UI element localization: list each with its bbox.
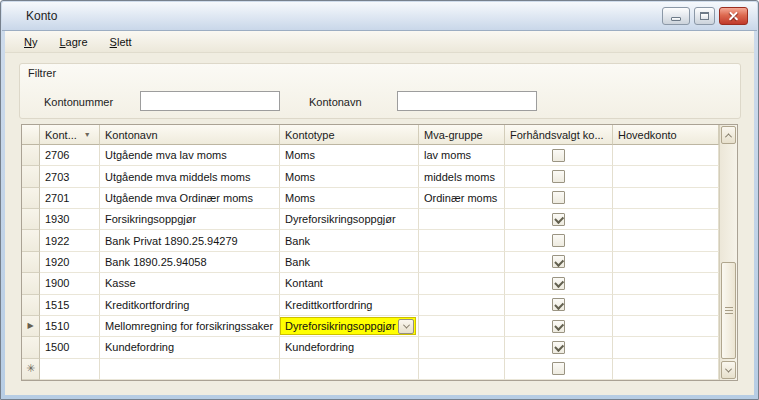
cell-forhandsvalgt[interactable] [505, 295, 613, 316]
cell-kontonavn[interactable]: Forsikringsoppgjør [100, 209, 280, 230]
cell-kontotype-editing[interactable]: Dyreforsikringsoppgjør [280, 316, 419, 337]
table-row[interactable]: 1900 Kasse Kontant [22, 273, 719, 294]
cell-kontonavn[interactable]: Kundefordring [100, 337, 280, 358]
header-hovedkonto[interactable]: Hovedkonto [613, 125, 719, 145]
header-forhandsvalgt[interactable]: Forhåndsvalgt ko... [505, 125, 613, 145]
table-row[interactable]: 2703 Utgående mva middels moms Moms midd… [22, 166, 719, 187]
menu-item-ny[interactable]: Ny [15, 33, 46, 51]
cell-kontonummer[interactable]: 1515 [40, 295, 100, 316]
cell-forhandsvalgt[interactable] [505, 359, 613, 380]
cell-mva-gruppe[interactable] [419, 230, 505, 251]
table-row[interactable]: 1515 Kreditkortfordring Kredittkortfordr… [22, 295, 719, 316]
cell-hovedkonto[interactable] [613, 252, 719, 273]
forhandsvalgt-checkbox[interactable] [552, 170, 565, 183]
row-selector[interactable] [22, 230, 40, 251]
forhandsvalgt-checkbox[interactable] [552, 341, 565, 354]
cell-kontonavn[interactable]: Utgående mva Ordinær moms [100, 188, 280, 209]
scroll-up-button[interactable] [721, 126, 736, 144]
cell-mva-gruppe[interactable] [419, 316, 505, 337]
cell-kontotype[interactable]: Dyreforsikringsoppgjør [280, 209, 419, 230]
forhandsvalgt-checkbox[interactable] [552, 149, 565, 162]
cell-kontotype[interactable]: Bank [280, 230, 419, 251]
cell-kontonavn[interactable]: Utgående mva lav moms [100, 145, 280, 166]
forhandsvalgt-checkbox[interactable] [552, 255, 565, 268]
header-mva-gruppe[interactable]: Mva-gruppe [419, 125, 505, 145]
cell-forhandsvalgt[interactable] [505, 145, 613, 166]
close-button[interactable] [719, 7, 748, 25]
cell-kontonummer[interactable]: 2703 [40, 166, 100, 187]
cell-kontonummer[interactable] [40, 359, 100, 380]
cell-forhandsvalgt[interactable] [505, 230, 613, 251]
cell-hovedkonto[interactable] [613, 209, 719, 230]
header-kontotype[interactable]: Kontotype [280, 125, 419, 145]
forhandsvalgt-checkbox[interactable] [552, 191, 565, 204]
minimize-button[interactable] [662, 7, 690, 25]
cell-kontonummer[interactable]: 2701 [40, 188, 100, 209]
kontonavn-input[interactable] [397, 91, 537, 111]
table-row[interactable]: 2701 Utgående mva Ordinær moms Moms Ordi… [22, 188, 719, 209]
combobox-dropdown-button[interactable] [398, 319, 414, 334]
cell-kontotype[interactable]: Bank [280, 252, 419, 273]
table-row[interactable]: 1500 Kundefordring Kundefordring [22, 337, 719, 358]
row-selector[interactable] [22, 166, 40, 187]
header-kontonummer[interactable]: Kont... ▼ [40, 125, 100, 145]
kontotype-combobox[interactable]: Dyreforsikringsoppgjør [280, 317, 416, 335]
cell-mva-gruppe[interactable]: lav moms [419, 145, 505, 166]
cell-kontotype[interactable]: Kredittkortfordring [280, 295, 419, 316]
cell-mva-gruppe[interactable] [419, 359, 505, 380]
cell-kontotype[interactable]: Moms [280, 166, 419, 187]
kontonummer-input[interactable] [140, 91, 280, 111]
cell-kontonummer[interactable]: 1900 [40, 273, 100, 294]
cell-kontonavn[interactable]: Mellomregning for forsikringssaker [100, 316, 280, 337]
table-row-current[interactable]: ▶ 1510 Mellomregning for forsikringssake… [22, 316, 719, 337]
row-selector[interactable] [22, 145, 40, 166]
cell-forhandsvalgt[interactable] [505, 188, 613, 209]
cell-hovedkonto[interactable] [613, 145, 719, 166]
cell-hovedkonto[interactable] [613, 359, 719, 380]
cell-kontonavn[interactable]: Bank Privat 1890.25.94279 [100, 230, 280, 251]
row-selector[interactable] [22, 337, 40, 358]
forhandsvalgt-checkbox[interactable] [552, 298, 565, 311]
cell-hovedkonto[interactable] [613, 337, 719, 358]
cell-kontotype[interactable]: Kontant [280, 273, 419, 294]
cell-hovedkonto[interactable] [613, 188, 719, 209]
cell-mva-gruppe[interactable] [419, 273, 505, 294]
forhandsvalgt-checkbox[interactable] [552, 362, 565, 375]
title-bar[interactable]: Konto [2, 2, 757, 31]
cell-hovedkonto[interactable] [613, 295, 719, 316]
cell-kontonavn[interactable]: Utgående mva middels moms [100, 166, 280, 187]
cell-forhandsvalgt[interactable] [505, 166, 613, 187]
cell-hovedkonto[interactable] [613, 230, 719, 251]
table-row[interactable]: 1930 Forsikringsoppgjør Dyreforsikringso… [22, 209, 719, 230]
cell-forhandsvalgt[interactable] [505, 209, 613, 230]
cell-kontonummer[interactable]: 1500 [40, 337, 100, 358]
cell-hovedkonto[interactable] [613, 273, 719, 294]
new-row-selector[interactable]: ✳ [22, 359, 40, 380]
cell-forhandsvalgt[interactable] [505, 252, 613, 273]
row-selector[interactable]: ▶ [22, 316, 40, 337]
cell-forhandsvalgt[interactable] [505, 273, 613, 294]
cell-kontonummer[interactable]: 2706 [40, 145, 100, 166]
header-kontonavn[interactable]: Kontonavn [100, 125, 280, 145]
cell-forhandsvalgt[interactable] [505, 316, 613, 337]
row-selector[interactable] [22, 295, 40, 316]
cell-mva-gruppe[interactable] [419, 252, 505, 273]
cell-kontonavn[interactable] [100, 359, 280, 380]
cell-kontotype[interactable]: Moms [280, 188, 419, 209]
maximize-button[interactable] [694, 7, 715, 25]
cell-kontonummer[interactable]: 1930 [40, 209, 100, 230]
table-row[interactable]: 2706 Utgående mva lav moms Moms lav moms [22, 145, 719, 166]
menu-item-lagre[interactable]: Lagre [50, 33, 96, 51]
table-row[interactable]: 1920 Bank 1890.25.94058 Bank [22, 252, 719, 273]
cell-kontonummer[interactable]: 1920 [40, 252, 100, 273]
table-new-row[interactable]: ✳ [22, 359, 719, 380]
vertical-scrollbar[interactable] [719, 125, 737, 380]
row-selector[interactable] [22, 273, 40, 294]
row-selector[interactable] [22, 252, 40, 273]
cell-kontonummer[interactable]: 1510 [40, 316, 100, 337]
cell-kontonavn[interactable]: Kreditkortfordring [100, 295, 280, 316]
forhandsvalgt-checkbox[interactable] [552, 234, 565, 247]
cell-mva-gruppe[interactable]: Ordinær moms [419, 188, 505, 209]
cell-mva-gruppe[interactable] [419, 295, 505, 316]
cell-kontotype[interactable] [280, 359, 419, 380]
